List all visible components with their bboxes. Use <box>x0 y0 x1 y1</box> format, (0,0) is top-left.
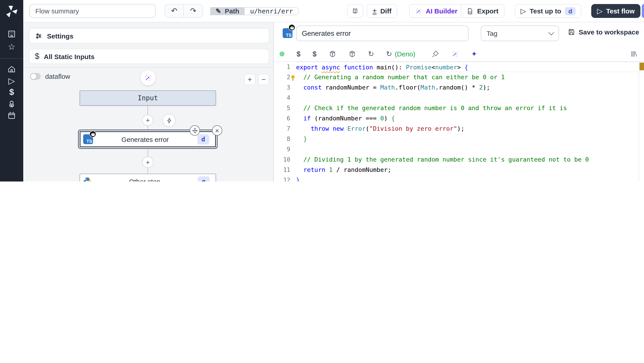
code-line-9[interactable]: 9 <box>274 144 644 154</box>
code-line-2[interactable]: 2 // Generating a random number that can… <box>274 72 644 82</box>
ai-wand-icon[interactable] <box>452 50 459 58</box>
code-line-10[interactable]: 10 // Dividing 1 by the generated random… <box>274 154 644 165</box>
test-flow-button[interactable]: ▷ Test flow <box>591 4 640 18</box>
pencil-icon: ✎ <box>216 7 221 15</box>
step-node-label: Generates error <box>93 135 197 143</box>
export-button[interactable]: Export <box>461 4 504 18</box>
line-number: 8 <box>274 134 296 144</box>
library-icon[interactable] <box>630 50 638 58</box>
dataflow-toggle[interactable] <box>30 73 41 80</box>
book-icon <box>352 8 359 15</box>
package-icon[interactable] <box>348 50 356 58</box>
app-window: ☆ ▷ $ ⚙ → ↶ ↷ ✎Path u/henri/err <box>0 0 644 182</box>
step-id-badge: e <box>198 176 210 182</box>
settings-label: Settings <box>47 32 73 40</box>
deno-icon <box>90 131 96 137</box>
flow-settings-button[interactable]: Settings <box>29 28 269 44</box>
delete-step-button[interactable]: × <box>212 125 222 136</box>
ai-flow-wand-button[interactable] <box>140 70 156 86</box>
home-icon[interactable] <box>0 65 23 74</box>
line-number: 4 <box>274 93 296 103</box>
zoom-in-button[interactable]: + <box>244 74 255 85</box>
edge-button-sliver[interactable] <box>642 4 644 18</box>
step-node-label: Other step <box>92 177 198 182</box>
code-editor[interactable]: 1export async function main(): Promise<n… <box>274 61 644 182</box>
sparkles-icon[interactable]: ✦ <box>471 50 477 58</box>
chevron-down-icon <box>548 30 554 35</box>
save-label: Save to workspace <box>579 28 639 36</box>
diff-icon: ± <box>372 8 377 15</box>
line-number: 1 <box>274 62 296 72</box>
diff-label: Diff <box>380 7 392 15</box>
input-node-label: Input <box>138 94 158 102</box>
trigger-bolt-button[interactable] <box>162 114 176 127</box>
format-brush-icon[interactable] <box>432 50 440 58</box>
runtime-reload[interactable]: ↻ (Deno) <box>386 50 415 58</box>
reload-icon: ↻ <box>386 50 392 58</box>
code-line-3[interactable]: 3 const randomNumber = Math.floor(Math.r… <box>274 82 644 93</box>
code-line-8[interactable]: 8 } <box>274 134 644 144</box>
add-step-button[interactable]: + <box>142 115 154 126</box>
redo-button[interactable]: ↷ <box>184 5 202 18</box>
line-number: 11 <box>274 165 296 175</box>
docs-button[interactable] <box>347 4 363 18</box>
workspace-icon[interactable] <box>0 30 23 39</box>
step-name-input[interactable] <box>296 26 469 41</box>
editor-overview-ruler <box>639 61 639 182</box>
code-line-1[interactable]: 1export async function main(): Promise<n… <box>274 62 644 72</box>
magic-wand-icon <box>415 8 422 15</box>
line-number: 10 <box>274 154 296 165</box>
variables-icon[interactable]: $ <box>0 88 23 97</box>
editor-warning-marker <box>640 63 644 70</box>
rail-divider <box>0 58 23 59</box>
flow-summary-input[interactable] <box>30 4 156 18</box>
lightbulb-icon[interactable] <box>290 74 296 80</box>
dollar-icon: $ <box>35 52 39 61</box>
tag-select[interactable]: Tag <box>481 26 559 41</box>
deno-icon <box>288 24 295 31</box>
code-line-7[interactable]: 7 throw new Error("Division by zero erro… <box>274 124 644 134</box>
line-number: 6 <box>274 113 296 124</box>
favorites-icon[interactable]: ☆ <box>0 43 23 52</box>
line-number: 3 <box>274 82 296 93</box>
all-static-inputs-button[interactable]: $ All Static Inputs <box>29 49 269 64</box>
add-step-button[interactable]: + <box>142 157 154 168</box>
undo-button[interactable]: ↶ <box>165 5 184 18</box>
save-to-workspace-button[interactable]: Save to workspace <box>568 28 639 36</box>
reload-icon[interactable]: ↻ <box>368 50 374 58</box>
flow-summary-field-wrap <box>30 4 156 18</box>
runs-icon[interactable]: ▷ <box>0 77 23 86</box>
test-up-to-button[interactable]: ▷ Test up to d <box>515 4 582 18</box>
test-flow-label: Test flow <box>606 7 635 15</box>
export-file-icon <box>466 8 474 15</box>
test-up-to-step-badge: d <box>565 7 576 15</box>
ai-builder-button[interactable]: AI Builder <box>409 4 463 18</box>
path-control[interactable]: ✎Path u/henri/err <box>210 4 299 18</box>
step-node-other-step[interactable]: Other step e <box>80 174 216 182</box>
resources-icon[interactable] <box>0 100 23 109</box>
line-number: 5 <box>274 103 296 113</box>
windmill-logo-icon[interactable] <box>4 4 20 20</box>
diff-button[interactable]: ± Diff <box>367 4 397 18</box>
static-input-dollar-icon[interactable]: $ <box>296 50 300 58</box>
zoom-out-button[interactable]: − <box>258 74 269 85</box>
play-outline-icon: ▷ <box>520 7 526 15</box>
code-line-4[interactable]: 4 <box>274 93 644 103</box>
step-name-field-wrap <box>296 26 469 41</box>
input-node[interactable]: Input <box>80 90 216 106</box>
flow-divider <box>23 67 273 68</box>
move-step-button[interactable] <box>190 125 200 136</box>
line-number: 12 <box>274 175 296 182</box>
dataflow-label: dataflow <box>45 73 70 80</box>
code-line-5[interactable]: 5 // Check if the generated random numbe… <box>274 103 644 113</box>
schedules-icon[interactable] <box>0 111 23 120</box>
save-icon <box>568 28 575 36</box>
path-value[interactable]: u/henri/err <box>245 7 299 15</box>
typescript-icon: TS <box>83 134 93 144</box>
code-line-12[interactable]: 12} <box>274 175 644 182</box>
code-line-6[interactable]: 6 if (randomNumber === 0) { <box>274 113 644 124</box>
line-number: 9 <box>274 144 296 154</box>
dynamic-input-dollar-icon[interactable]: $ <box>312 50 317 58</box>
package-icon[interactable] <box>329 50 336 58</box>
code-line-11[interactable]: 11 return 1 / randomNumber; <box>274 165 644 175</box>
